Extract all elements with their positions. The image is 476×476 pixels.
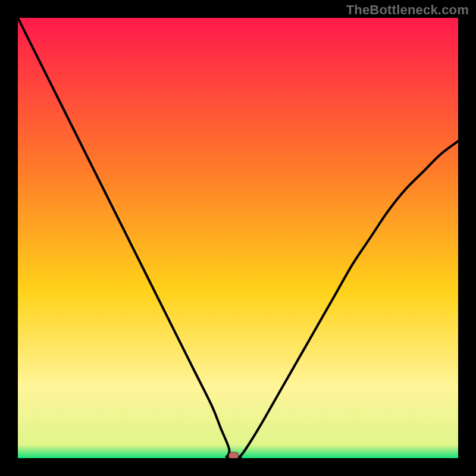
watermark-text: TheBottleneck.com	[346, 2, 469, 18]
bottleneck-chart	[18, 18, 458, 458]
gradient-background	[18, 18, 458, 458]
plot-area	[18, 18, 458, 458]
notch-marker	[229, 452, 239, 458]
chart-frame: TheBottleneck.com	[0, 0, 476, 476]
